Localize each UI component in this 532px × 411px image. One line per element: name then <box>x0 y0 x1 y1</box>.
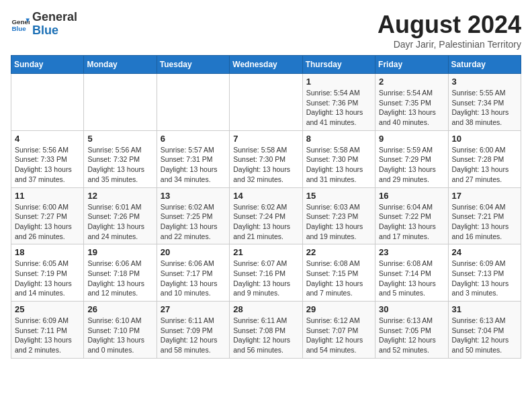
calendar-cell: 23Sunrise: 6:08 AM Sunset: 7:14 PM Dayli… <box>375 244 448 302</box>
title-block: August 2024 Dayr Jarir, Palestinian Terr… <box>378 11 521 50</box>
cell-content: Sunrise: 6:01 AM Sunset: 7:26 PM Dayligh… <box>87 202 152 242</box>
day-number: 2 <box>379 77 444 87</box>
day-number: 4 <box>15 134 80 144</box>
cell-content: Sunrise: 6:12 AM Sunset: 7:07 PM Dayligh… <box>306 316 371 355</box>
day-number: 14 <box>233 191 298 201</box>
logo-icon: General Blue <box>11 15 30 34</box>
calendar-title: August 2024 <box>378 11 521 39</box>
cell-content: Sunrise: 5:56 AM Sunset: 7:33 PM Dayligh… <box>15 145 80 185</box>
cell-content: Sunrise: 6:02 AM Sunset: 7:24 PM Dayligh… <box>233 202 298 242</box>
cell-content: Sunrise: 6:13 AM Sunset: 7:04 PM Dayligh… <box>452 316 517 355</box>
calendar-cell: 19Sunrise: 6:06 AM Sunset: 7:18 PM Dayli… <box>84 244 157 302</box>
cell-content: Sunrise: 6:09 AM Sunset: 7:13 PM Dayligh… <box>452 259 517 298</box>
day-number: 26 <box>87 304 152 314</box>
calendar-cell: 11Sunrise: 6:00 AM Sunset: 7:27 PM Dayli… <box>11 187 84 244</box>
day-number: 10 <box>452 134 517 144</box>
calendar-cell: 26Sunrise: 6:10 AM Sunset: 7:10 PM Dayli… <box>84 302 157 359</box>
cell-content: Sunrise: 6:09 AM Sunset: 7:11 PM Dayligh… <box>15 316 80 355</box>
day-number: 3 <box>452 77 517 87</box>
cell-content: Sunrise: 6:00 AM Sunset: 7:28 PM Dayligh… <box>452 145 517 185</box>
calendar-cell: 9Sunrise: 5:59 AM Sunset: 7:29 PM Daylig… <box>375 130 448 187</box>
calendar-cell <box>230 74 302 131</box>
calendar-cell: 12Sunrise: 6:01 AM Sunset: 7:26 PM Dayli… <box>84 187 157 244</box>
svg-text:Blue: Blue <box>11 25 26 32</box>
calendar-cell: 24Sunrise: 6:09 AM Sunset: 7:13 PM Dayli… <box>448 244 521 302</box>
day-number: 31 <box>452 304 517 314</box>
calendar-cell: 17Sunrise: 6:04 AM Sunset: 7:21 PM Dayli… <box>448 187 521 244</box>
day-number: 27 <box>161 304 226 314</box>
location-subtitle: Dayr Jarir, Palestinian Territory <box>378 39 521 50</box>
day-number: 16 <box>379 191 444 201</box>
day-number: 7 <box>233 134 298 144</box>
day-number: 5 <box>87 134 152 144</box>
cell-content: Sunrise: 5:58 AM Sunset: 7:30 PM Dayligh… <box>306 145 371 185</box>
calendar-cell: 1Sunrise: 5:54 AM Sunset: 7:36 PM Daylig… <box>302 74 375 131</box>
day-number: 18 <box>15 247 80 257</box>
cell-content: Sunrise: 5:57 AM Sunset: 7:31 PM Dayligh… <box>161 145 226 185</box>
logo: General Blue General Blue <box>11 11 77 38</box>
cell-content: Sunrise: 6:00 AM Sunset: 7:27 PM Dayligh… <box>15 202 80 242</box>
cell-content: Sunrise: 5:56 AM Sunset: 7:32 PM Dayligh… <box>87 145 152 185</box>
calendar-cell: 22Sunrise: 6:08 AM Sunset: 7:15 PM Dayli… <box>302 244 375 302</box>
day-number: 23 <box>379 247 444 257</box>
calendar-week-row: 11Sunrise: 6:00 AM Sunset: 7:27 PM Dayli… <box>11 187 521 244</box>
day-number: 25 <box>15 304 80 314</box>
calendar-cell <box>157 74 229 131</box>
cell-content: Sunrise: 6:13 AM Sunset: 7:05 PM Dayligh… <box>379 316 444 355</box>
day-number: 20 <box>161 247 226 257</box>
day-number: 15 <box>306 191 371 201</box>
cell-content: Sunrise: 5:58 AM Sunset: 7:30 PM Dayligh… <box>233 145 298 185</box>
cell-content: Sunrise: 6:10 AM Sunset: 7:10 PM Dayligh… <box>87 316 152 355</box>
calendar-cell: 7Sunrise: 5:58 AM Sunset: 7:30 PM Daylig… <box>230 130 302 187</box>
calendar-cell: 6Sunrise: 5:57 AM Sunset: 7:31 PM Daylig… <box>157 130 229 187</box>
cell-content: Sunrise: 6:11 AM Sunset: 7:08 PM Dayligh… <box>233 316 298 355</box>
day-number: 13 <box>161 191 226 201</box>
cell-content: Sunrise: 6:02 AM Sunset: 7:25 PM Dayligh… <box>161 202 226 242</box>
day-number: 8 <box>306 134 371 144</box>
day-number: 30 <box>379 304 444 314</box>
calendar-table: SundayMondayTuesdayWednesdayThursdayFrid… <box>11 55 521 359</box>
calendar-cell <box>11 74 84 131</box>
day-number: 19 <box>87 247 152 257</box>
calendar-cell: 10Sunrise: 6:00 AM Sunset: 7:28 PM Dayli… <box>448 130 521 187</box>
day-header-friday: Friday <box>375 56 448 74</box>
calendar-cell: 30Sunrise: 6:13 AM Sunset: 7:05 PM Dayli… <box>375 302 448 359</box>
cell-content: Sunrise: 6:06 AM Sunset: 7:18 PM Dayligh… <box>87 259 152 298</box>
day-number: 28 <box>233 304 298 314</box>
cell-content: Sunrise: 5:54 AM Sunset: 7:35 PM Dayligh… <box>379 88 444 128</box>
day-header-sunday: Sunday <box>11 56 84 74</box>
calendar-cell: 21Sunrise: 6:07 AM Sunset: 7:16 PM Dayli… <box>230 244 302 302</box>
calendar-cell: 5Sunrise: 5:56 AM Sunset: 7:32 PM Daylig… <box>84 130 157 187</box>
cell-content: Sunrise: 6:08 AM Sunset: 7:14 PM Dayligh… <box>379 259 444 298</box>
day-number: 1 <box>306 77 371 87</box>
calendar-cell: 31Sunrise: 6:13 AM Sunset: 7:04 PM Dayli… <box>448 302 521 359</box>
day-header-monday: Monday <box>84 56 157 74</box>
calendar-cell: 14Sunrise: 6:02 AM Sunset: 7:24 PM Dayli… <box>230 187 302 244</box>
cell-content: Sunrise: 6:04 AM Sunset: 7:21 PM Dayligh… <box>452 202 517 242</box>
day-header-saturday: Saturday <box>448 56 521 74</box>
logo-text: General Blue <box>32 11 77 38</box>
day-number: 6 <box>161 134 226 144</box>
cell-content: Sunrise: 5:54 AM Sunset: 7:36 PM Dayligh… <box>306 88 371 128</box>
calendar-cell: 25Sunrise: 6:09 AM Sunset: 7:11 PM Dayli… <box>11 302 84 359</box>
calendar-week-row: 1Sunrise: 5:54 AM Sunset: 7:36 PM Daylig… <box>11 74 521 131</box>
calendar-cell: 2Sunrise: 5:54 AM Sunset: 7:35 PM Daylig… <box>375 74 448 131</box>
calendar-week-row: 25Sunrise: 6:09 AM Sunset: 7:11 PM Dayli… <box>11 302 521 359</box>
day-header-thursday: Thursday <box>302 56 375 74</box>
calendar-cell: 28Sunrise: 6:11 AM Sunset: 7:08 PM Dayli… <box>230 302 302 359</box>
day-number: 11 <box>15 191 80 201</box>
calendar-cell: 18Sunrise: 6:05 AM Sunset: 7:19 PM Dayli… <box>11 244 84 302</box>
cell-content: Sunrise: 6:05 AM Sunset: 7:19 PM Dayligh… <box>15 259 80 298</box>
calendar-cell: 8Sunrise: 5:58 AM Sunset: 7:30 PM Daylig… <box>302 130 375 187</box>
day-header-tuesday: Tuesday <box>157 56 229 74</box>
calendar-cell: 27Sunrise: 6:11 AM Sunset: 7:09 PM Dayli… <box>157 302 229 359</box>
cell-content: Sunrise: 6:11 AM Sunset: 7:09 PM Dayligh… <box>161 316 226 355</box>
day-number: 24 <box>452 247 517 257</box>
page-header: General Blue General Blue August 2024 Da… <box>11 11 521 50</box>
calendar-week-row: 18Sunrise: 6:05 AM Sunset: 7:19 PM Dayli… <box>11 244 521 302</box>
cell-content: Sunrise: 6:08 AM Sunset: 7:15 PM Dayligh… <box>306 259 371 298</box>
cell-content: Sunrise: 6:07 AM Sunset: 7:16 PM Dayligh… <box>233 259 298 298</box>
cell-content: Sunrise: 6:06 AM Sunset: 7:17 PM Dayligh… <box>161 259 226 298</box>
calendar-cell: 4Sunrise: 5:56 AM Sunset: 7:33 PM Daylig… <box>11 130 84 187</box>
calendar-cell: 20Sunrise: 6:06 AM Sunset: 7:17 PM Dayli… <box>157 244 229 302</box>
